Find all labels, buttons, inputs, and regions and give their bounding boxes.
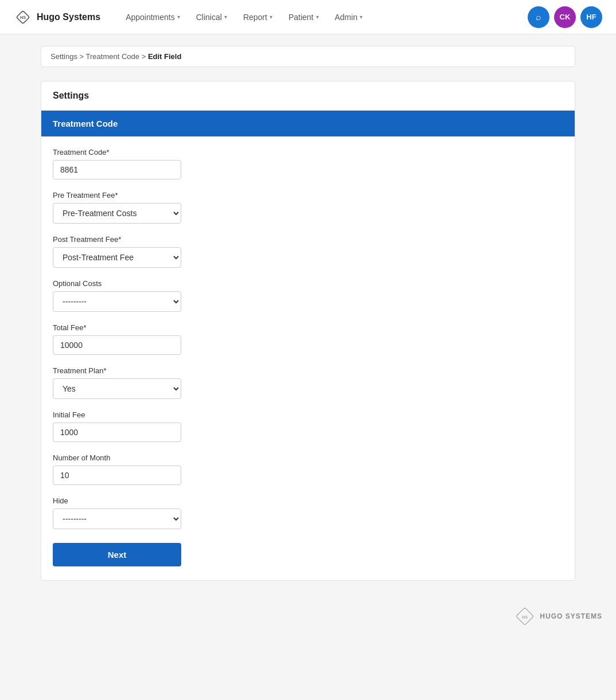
form-group-hide: Hide --------- Yes No — [53, 496, 563, 529]
chevron-down-icon: ▾ — [177, 14, 180, 20]
label-post-treatment-fee: Post Treatment Fee* — [53, 235, 563, 244]
settings-title: Settings — [53, 91, 89, 100]
select-post-treatment-fee[interactable]: Post-Treatment Fee Option 2 — [53, 247, 181, 268]
nav-item-patient[interactable]: Patient ▾ — [282, 8, 326, 26]
section-title: Treatment Code — [53, 119, 118, 128]
input-initial-fee[interactable] — [53, 423, 181, 442]
chevron-down-icon: ▾ — [270, 14, 272, 20]
label-total-fee: Total Fee* — [53, 323, 563, 332]
select-pre-treatment-fee[interactable]: Pre-Treatment Costs Option 2 — [53, 203, 181, 224]
nav-item-report[interactable]: Report ▾ — [236, 8, 279, 26]
select-hide[interactable]: --------- Yes No — [53, 509, 181, 529]
chevron-down-icon: ▾ — [316, 14, 319, 20]
nav-label-admin: Admin — [335, 13, 358, 22]
label-hide: Hide — [53, 496, 563, 505]
next-button[interactable]: Next — [53, 543, 181, 566]
nav-item-clinical[interactable]: Clinical ▾ — [189, 8, 234, 26]
form-group-total-fee: Total Fee* — [53, 323, 563, 355]
avatar-ck[interactable]: CK — [554, 6, 576, 28]
avatar-hf-initials: HF — [586, 13, 596, 21]
form-group-treatment-plan: Treatment Plan* Yes No — [53, 366, 563, 399]
nav-label-clinical: Clinical — [196, 13, 222, 22]
form-body: Treatment Code* Pre Treatment Fee* Pre-T… — [41, 136, 575, 580]
breadcrumb-separator-1: > — [80, 52, 86, 61]
form-group-pre-treatment-fee: Pre Treatment Fee* Pre-Treatment Costs O… — [53, 191, 563, 224]
section-title-bar: Treatment Code — [41, 111, 575, 136]
chevron-down-icon: ▾ — [224, 14, 227, 20]
nav-items: Appointments ▾ Clinical ▾ Report ▾ Patie… — [119, 8, 509, 26]
footer-company-name: HUGO SYSTEMS — [540, 612, 602, 620]
avatar-hf[interactable]: HF — [580, 6, 602, 28]
main-content: Settings > Treatment Code > Edit Field S… — [27, 34, 589, 592]
form-group-initial-fee: Initial Fee — [53, 410, 563, 442]
nav-label-appointments: Appointments — [126, 13, 175, 22]
form-group-optional-costs: Optional Costs --------- Option 1 — [53, 279, 563, 312]
chevron-down-icon: ▾ — [360, 14, 362, 20]
navbar: HS Hugo Systems Appointments ▾ Clinical … — [0, 0, 616, 34]
footer-logo-icon: HS — [514, 606, 535, 627]
select-treatment-plan[interactable]: Yes No — [53, 378, 181, 399]
breadcrumb-treatment-code: Treatment Code — [86, 52, 139, 61]
form-group-treatment-code: Treatment Code* — [53, 148, 563, 179]
breadcrumb-current: Edit Field — [148, 52, 182, 61]
avatar-ck-initials: CK — [560, 13, 571, 21]
input-treatment-code[interactable] — [53, 160, 181, 179]
footer: HS HUGO SYSTEMS — [0, 592, 616, 640]
search-icon: ⌕ — [536, 12, 541, 22]
form-group-number-of-month: Number of Month — [53, 453, 563, 485]
label-pre-treatment-fee: Pre Treatment Fee* — [53, 191, 563, 200]
settings-card: Settings Treatment Code Treatment Code* … — [41, 81, 575, 581]
nav-item-appointments[interactable]: Appointments ▾ — [119, 8, 187, 26]
label-treatment-plan: Treatment Plan* — [53, 366, 563, 375]
svg-text:HS: HS — [522, 615, 528, 620]
breadcrumb: Settings > Treatment Code > Edit Field — [41, 46, 575, 67]
svg-text:HS: HS — [20, 15, 26, 20]
brand-name: Hugo Systems — [37, 12, 100, 22]
breadcrumb-settings: Settings — [50, 52, 77, 61]
brand-logo-link[interactable]: HS Hugo Systems — [14, 8, 100, 26]
breadcrumb-separator-2: > — [142, 52, 148, 61]
navbar-right: ⌕ CK HF — [528, 6, 602, 28]
input-number-of-month[interactable] — [53, 466, 181, 485]
settings-header: Settings — [41, 81, 575, 111]
label-number-of-month: Number of Month — [53, 453, 563, 462]
search-button[interactable]: ⌕ — [528, 6, 549, 28]
input-total-fee[interactable] — [53, 335, 181, 355]
nav-label-report: Report — [243, 13, 267, 22]
nav-item-admin[interactable]: Admin ▾ — [328, 8, 370, 26]
label-initial-fee: Initial Fee — [53, 410, 563, 419]
brand-diamond-icon: HS — [14, 8, 32, 26]
label-treatment-code: Treatment Code* — [53, 148, 563, 157]
form-group-post-treatment-fee: Post Treatment Fee* Post-Treatment Fee O… — [53, 235, 563, 268]
select-optional-costs[interactable]: --------- Option 1 — [53, 291, 181, 312]
label-optional-costs: Optional Costs — [53, 279, 563, 288]
nav-label-patient: Patient — [288, 13, 314, 22]
